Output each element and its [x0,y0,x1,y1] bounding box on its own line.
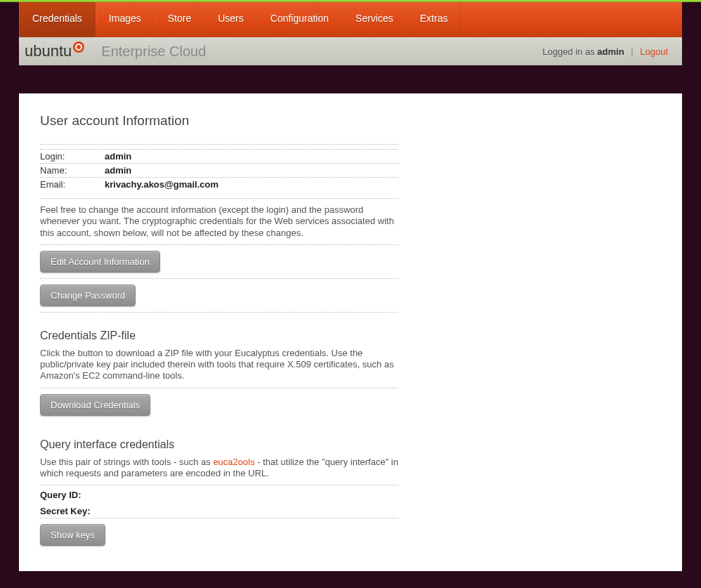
header-subtitle: Enterprise Cloud [101,44,206,60]
euca2ools-link[interactable]: euca2ools [213,457,254,467]
download-credentials-button[interactable]: Download Credentials [40,394,150,416]
info-row-name: Name: admin [40,163,398,177]
nav-users[interactable]: Users [204,2,257,37]
top-nav: Credentials Images Store Users Configura… [19,2,682,37]
email-value: krivachy.akos@gmail.com [105,179,218,190]
content-panel: User account Information Login: admin Na… [19,93,682,571]
nav-services[interactable]: Services [342,2,407,37]
zip-blurb: Click the button to download a ZIP file … [40,346,398,388]
query-id-label: Query ID: [40,490,81,500]
login-value: admin [105,151,131,162]
change-password-row: Change Password [40,279,398,313]
page-background: Credentials Images Store Users Configura… [0,2,701,588]
info-row-login: Login: admin [40,149,398,163]
ubuntu-logo-text: ubuntu [25,42,72,60]
download-credentials-row: Download Credentials [40,388,398,422]
edit-account-button[interactable]: Edit Account Information [40,251,160,273]
separator: | [631,46,633,57]
info-row-email: Email: krivachy.akos@gmail.com [40,177,398,191]
login-status: Logged in as admin | Logout [542,46,668,57]
secret-key-row: Secret Key: [40,502,398,518]
secret-key-label: Secret Key: [40,506,91,516]
nav-credentials[interactable]: Credentials [19,2,96,37]
logo: ubuntu Enterprise Cloud [25,42,206,60]
logout-link[interactable]: Logout [640,46,668,57]
name-value: admin [105,165,131,176]
current-user: admin [597,46,624,57]
ubuntu-wordmark: ubuntu [25,42,84,60]
logged-in-prefix: Logged in as [542,46,597,57]
query-id-row: Query ID: [40,485,398,502]
ubuntu-cof-icon [73,41,84,53]
email-label: Email: [40,179,105,190]
query-blurb: Use this pair of strings with tools - su… [40,455,398,485]
login-label: Login: [40,151,105,162]
nav-configuration[interactable]: Configuration [257,2,342,37]
edit-account-row: Edit Account Information [40,244,398,279]
nav-store[interactable]: Store [155,2,204,37]
zip-section-title: Credentials ZIP-file [40,329,398,342]
change-password-button[interactable]: Change Password [40,285,136,306]
query-section-title: Query interface credentials [40,438,398,451]
header-bar: ubuntu Enterprise Cloud Logged in as adm… [19,37,682,65]
show-keys-row: Show keys [40,518,398,551]
nav-images[interactable]: Images [96,2,155,37]
account-blurb: Feel free to change the account informat… [40,198,398,244]
name-label: Name: [40,165,105,176]
query-blurb-before: Use this pair of strings with tools - su… [40,457,213,467]
page-title: User account Information [40,113,398,129]
nav-extras[interactable]: Extras [407,2,461,37]
show-keys-button[interactable]: Show keys [40,524,105,546]
